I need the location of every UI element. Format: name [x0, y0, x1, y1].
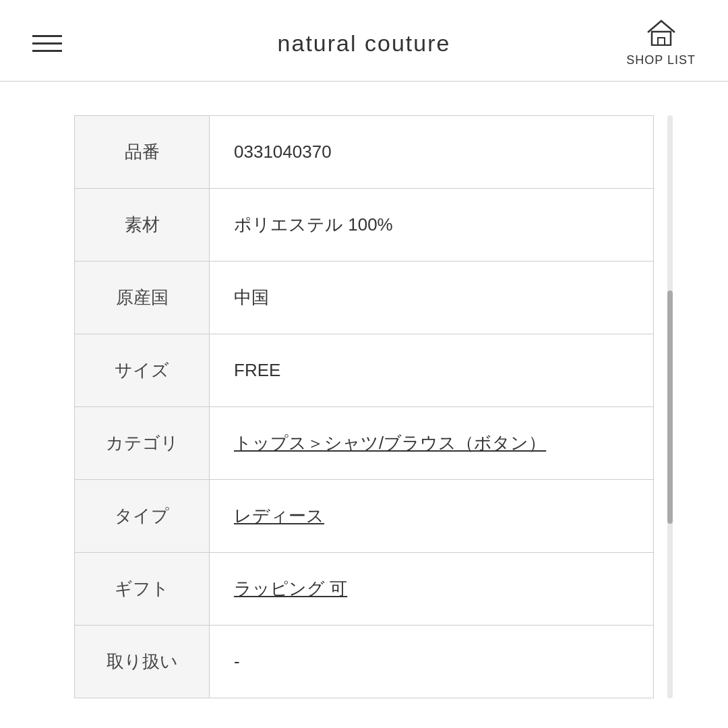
shop-list-label: SHOP LIST	[626, 53, 696, 67]
table-row-label: 取り扱い	[75, 626, 210, 698]
house-icon	[646, 19, 676, 51]
table-row-label: カテゴリ	[75, 407, 210, 480]
scrollbar-track	[667, 115, 673, 698]
table-row-value: -	[210, 626, 654, 698]
table-row-label: 品番	[75, 116, 210, 189]
table-row-value: 0331040370	[210, 116, 654, 189]
svg-rect-1	[658, 38, 665, 45]
table-row-value[interactable]: トップス＞シャツ/ブラウス（ボタン）	[210, 407, 654, 480]
table-row: タイプレディース	[75, 480, 654, 553]
table-row-value: 中国	[210, 262, 654, 334]
table-row: サイズFREE	[75, 334, 654, 407]
table-row-label: 素材	[75, 189, 210, 262]
header-divider	[0, 81, 728, 82]
table-row-label: ギフト	[75, 553, 210, 626]
table-row: 素材ポリエステル 100%	[75, 189, 654, 262]
table-row: カテゴリトップス＞シャツ/ブラウス（ボタン）	[75, 407, 654, 480]
header: natural couture SHOP LIST	[0, 0, 728, 81]
brand-name: natural couture	[278, 30, 451, 57]
table-row: ギフトラッピング 可	[75, 553, 654, 626]
table-row-value: ポリエステル 100%	[210, 189, 654, 262]
table-row: 品番0331040370	[75, 116, 654, 189]
product-table: 品番0331040370素材ポリエステル 100%原産国中国サイズFREEカテゴ…	[74, 115, 654, 698]
scrollbar-thumb	[667, 291, 673, 524]
table-row-value[interactable]: レディース	[210, 480, 654, 553]
table-row: 原産国中国	[75, 262, 654, 334]
table-row: 取り扱い-	[75, 626, 654, 698]
product-table-wrapper: 品番0331040370素材ポリエステル 100%原産国中国サイズFREEカテゴ…	[74, 115, 654, 698]
table-row-label: サイズ	[75, 334, 210, 407]
table-row-value: FREE	[210, 334, 654, 407]
table-row-value[interactable]: ラッピング 可	[210, 553, 654, 626]
scrollbar-area: 品番0331040370素材ポリエステル 100%原産国中国サイズFREEカテゴ…	[74, 115, 654, 698]
shop-list-button[interactable]: SHOP LIST	[626, 19, 696, 67]
table-row-label: 原産国	[75, 262, 210, 334]
menu-button[interactable]	[32, 35, 62, 52]
table-row-label: タイプ	[75, 480, 210, 553]
